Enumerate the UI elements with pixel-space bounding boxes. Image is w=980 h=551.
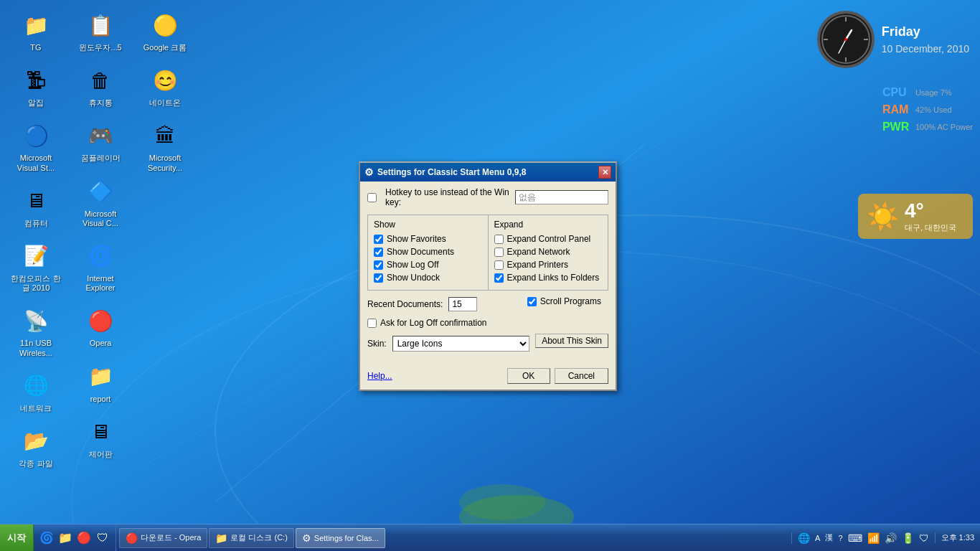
taskbar-clock[interactable]: 오후 1:33	[935, 532, 980, 543]
pwr-icon: PWR	[882, 121, 911, 133]
pwr-usage: 100% AC Power	[915, 123, 973, 131]
desktop-icon-various[interactable]: 📂 각종 파일	[7, 423, 65, 471]
tray-icon-kb[interactable]: ⌨	[847, 532, 864, 544]
desktop-icon-complime-label: 꿈플레이머	[81, 154, 121, 163]
taskbar-quicklaunch: 🌀 📁 🔴 🛡	[34, 524, 116, 551]
hotkey-checkbox[interactable]	[367, 193, 377, 202]
skin-select[interactable]: Large Icons	[392, 336, 529, 352]
tray-icon-speaker[interactable]: 🔊	[883, 532, 898, 544]
logoff-confirmation-checkbox[interactable]	[367, 319, 377, 328]
taskbar-quick-opera[interactable]: 🔴	[75, 529, 93, 547]
desktop-icon-hwp2010-label: 한컴오피스 한글 2010	[10, 274, 62, 293]
ok-button[interactable]: OK	[507, 368, 550, 384]
show-undock-checkbox[interactable]	[374, 273, 383, 283]
recent-documents-input[interactable]	[448, 297, 477, 311]
desktop-icon-trash[interactable]: 🗑 휴지통	[72, 62, 129, 110]
desktop-icon-chrome[interactable]: 🟡 Google 크롬	[136, 7, 194, 55]
show-logoff-checkbox[interactable]	[374, 260, 383, 270]
desktop-icon-winuser[interactable]: 📋 윈도우자...5	[72, 7, 129, 55]
taskbar-quick-ie[interactable]: 🌀	[38, 529, 55, 547]
desktop-icon-nettone[interactable]: 😊 네이트온	[136, 62, 194, 110]
taskbar-quick-av[interactable]: 🛡	[94, 529, 111, 547]
taskbar-item-download-icon: 🔴	[126, 532, 138, 544]
show-group-title: Show	[374, 220, 482, 230]
expand-control-row: Expand Control Panel	[494, 234, 603, 244]
weather-city: 대구, 대한민국	[905, 222, 956, 233]
desktop-icon-mssecurity-label: Microsoft Security...	[139, 154, 191, 172]
desktop-icon-ie[interactable]: 🌀 Internet Explorer	[72, 238, 129, 296]
taskbar-item-settings[interactable]: ⚙ Settings for Clas...	[296, 528, 385, 548]
taskbar-item-disk[interactable]: 📁 로컬 디스크 (C:)	[209, 528, 293, 548]
hotkey-input[interactable]	[515, 190, 608, 204]
desktop-icon-alzip-label: 알집	[28, 98, 44, 108]
svg-point-6	[459, 484, 545, 520]
logoff-confirmation-label: Ask for Log Off confirmation	[380, 318, 487, 328]
tray-icon-a[interactable]: A	[814, 534, 821, 542]
scroll-programs-row: Scroll Programs	[483, 296, 608, 306]
desktop-icon-network[interactable]: 🌐 네트워크	[7, 368, 65, 416]
skin-row: Skin: Large Icons About This Skin	[367, 334, 608, 354]
expand-control-checkbox[interactable]	[494, 235, 504, 244]
show-documents-checkbox[interactable]	[374, 248, 383, 257]
expand-column: Expand Expand Control Panel Expand Netwo…	[489, 215, 608, 290]
expand-links-label: Expand Links to Folders	[507, 273, 600, 283]
dialog-titlebar-left: ⚙ Settings for Classic Start Menu 0,9,8	[364, 166, 526, 178]
expand-links-row: Expand Links to Folders	[494, 273, 603, 283]
cpu-icon: CPU	[882, 86, 911, 99]
expand-network-label: Expand Network	[507, 247, 570, 257]
show-favorites-row: Show Favorites	[374, 234, 482, 244]
desktop-icon-ie-label: Internet Explorer	[75, 274, 126, 293]
desktop-icon-network-label: 네트워크	[20, 404, 52, 413]
tray-icon-help[interactable]: ?	[837, 534, 844, 542]
desktop-icon-usb11n[interactable]: 📡 11n USB Wireles...	[7, 303, 65, 360]
show-undock-row: Show Undock	[374, 273, 482, 283]
expand-printers-checkbox[interactable]	[494, 260, 504, 270]
desktop-icon-mvs[interactable]: 🔵 Microsoft Visual St...	[7, 118, 65, 175]
desktop-icon-usb11n-label: 11n USB Wireles...	[10, 339, 62, 357]
desktop-icon-nettone-label: 네이트온	[149, 98, 181, 108]
desktop-icon-mvs-label: Microsoft Visual St...	[10, 154, 62, 172]
logoff-confirmation-row: Ask for Log Off confirmation	[367, 318, 608, 328]
taskbar-item-disk-icon: 📁	[215, 532, 227, 544]
tray-icon-han[interactable]: 漢	[824, 532, 834, 543]
dialog-footer-left: Help...	[367, 371, 392, 381]
tray-icon-security[interactable]: 🛡	[918, 532, 930, 544]
desktop-icon-computer[interactable]: 🖥 컴퓨터	[7, 183, 65, 231]
expand-control-label: Expand Control Panel	[507, 234, 591, 244]
start-button[interactable]: 시작	[0, 524, 34, 551]
dialog-title-text: Settings for Classic Start Menu 0,9,8	[377, 167, 526, 177]
show-documents-row: Show Documents	[374, 247, 482, 257]
tray-icon-globe[interactable]: 🌐	[796, 532, 811, 544]
show-favorites-checkbox[interactable]	[374, 235, 383, 244]
desktop-icon-cpanel-label: 제어판	[89, 450, 113, 459]
desktop-icon-trash-label: 휴지통	[89, 98, 113, 108]
desktop-icon-hwp2010[interactable]: 📝 한컴오피스 한글 2010	[7, 238, 65, 296]
desktop-icon-opera[interactable]: 🔴 Opera	[72, 303, 129, 351]
clock-full-date: 10 December, 2010	[882, 42, 969, 57]
weather-temperature: 4°	[905, 199, 956, 222]
help-link[interactable]: Help...	[367, 371, 392, 381]
desktop-icon-tg[interactable]: 📁 TG	[7, 7, 65, 55]
scroll-programs-checkbox[interactable]	[527, 297, 537, 306]
expand-links-checkbox[interactable]	[494, 273, 504, 283]
svg-point-14	[844, 38, 847, 41]
desktop-icon-mssecurity[interactable]: 🏛 Microsoft Security...	[136, 118, 194, 175]
expand-network-checkbox[interactable]	[494, 248, 504, 257]
desktop-icon-report[interactable]: 📁 report	[72, 359, 129, 407]
recent-documents-label: Recent Documents:	[367, 299, 443, 309]
desktop-icon-complime[interactable]: 🎮 꿈플레이머	[72, 118, 129, 166]
cancel-button[interactable]: Cancel	[555, 368, 608, 384]
taskbar-item-settings-icon: ⚙	[302, 532, 311, 544]
taskbar-item-download[interactable]: 🔴 다운로드 - Opera	[119, 528, 207, 548]
desktop-icon-mvc[interactable]: 🔷 Microsoft Visual C...	[72, 174, 129, 231]
tray-icon-battery[interactable]: 🔋	[900, 532, 915, 544]
dialog-close-button[interactable]: ✕	[598, 166, 611, 179]
desktop-icon-alzip[interactable]: 🗜 알집	[7, 62, 65, 110]
tray-icon-network[interactable]: 📶	[866, 532, 881, 544]
about-skin-button[interactable]: About This Skin	[535, 334, 608, 348]
taskbar-quick-folder[interactable]: 📁	[57, 529, 74, 547]
desktop-icon-cpanel[interactable]: 🖥 제어판	[72, 414, 129, 462]
taskbar-tray: 🌐 A 漢 ? ⌨ 📶 🔊 🔋 🛡	[791, 532, 934, 544]
dialog-titlebar[interactable]: ⚙ Settings for Classic Start Menu 0,9,8 …	[360, 163, 616, 182]
clock-face	[817, 11, 875, 68]
